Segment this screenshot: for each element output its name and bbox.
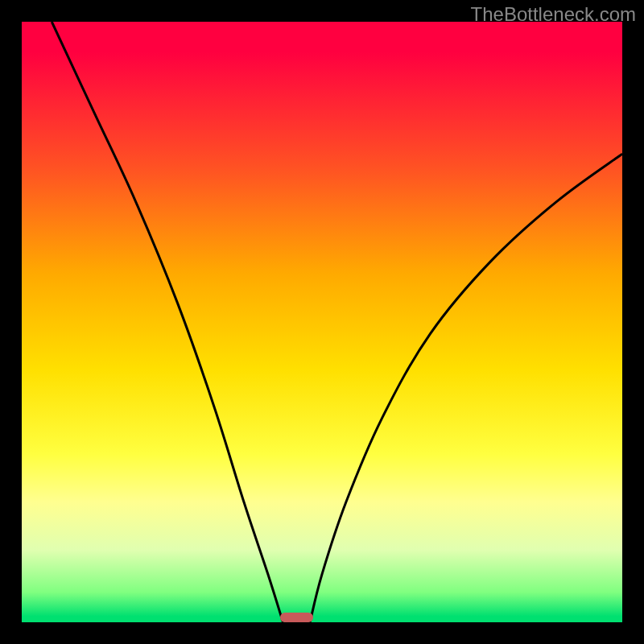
bottleneck-marker — [280, 613, 313, 622]
plot-area — [22, 22, 622, 622]
chart-container: TheBottleneck.com — [0, 0, 644, 644]
watermark-text: TheBottleneck.com — [471, 3, 636, 26]
